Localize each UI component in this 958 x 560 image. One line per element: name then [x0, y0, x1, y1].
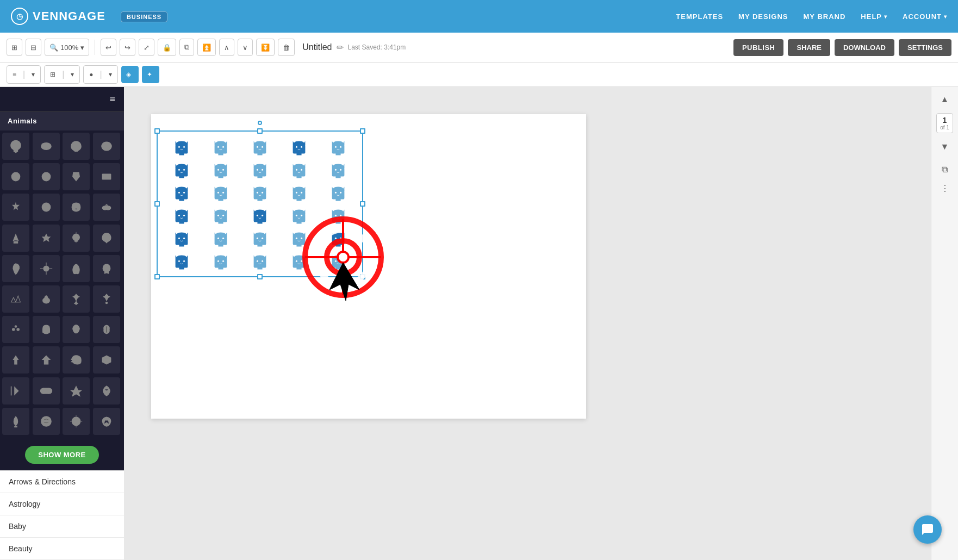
list-item[interactable]	[63, 194, 90, 221]
list-item[interactable]	[33, 377, 60, 405]
list-item[interactable]	[33, 163, 60, 190]
layout-icon: ⊞	[11, 43, 17, 52]
more-options-btn[interactable]: ⋮	[938, 181, 951, 196]
nav-account[interactable]: ACCOUNT ▾	[903, 13, 947, 21]
nav-my-brand[interactable]: MY BRAND	[804, 13, 846, 21]
layout-btn[interactable]: ⊞	[7, 39, 22, 56]
align-dropdown-btn[interactable]: ▾	[27, 67, 39, 82]
down-btn[interactable]: ∨	[238, 39, 253, 56]
chat-button[interactable]	[913, 515, 942, 544]
show-more-button[interactable]: SHOW MORE	[25, 446, 99, 464]
list-item[interactable]	[93, 133, 120, 160]
grid-view-btn[interactable]: ⊞	[46, 67, 60, 82]
redo-btn[interactable]: ↪	[120, 39, 135, 56]
list-item[interactable]	[63, 255, 90, 282]
list-item[interactable]	[93, 346, 120, 374]
list-item[interactable]	[63, 346, 90, 374]
nav-help[interactable]: HELP ▾	[861, 13, 887, 21]
handle-bottom-center[interactable]	[257, 274, 263, 279]
list-item[interactable]	[63, 225, 90, 252]
list-item[interactable]	[2, 133, 29, 160]
list-item[interactable]	[93, 194, 120, 221]
download-button[interactable]: DOWNLOAD	[835, 39, 894, 56]
list-item[interactable]	[93, 377, 120, 405]
sidebar-item-astrology[interactable]: Astrology	[0, 493, 124, 515]
grid-btn[interactable]: ⊟	[26, 39, 41, 56]
list-item[interactable]	[2, 346, 29, 374]
list-item[interactable]	[33, 346, 60, 374]
align-left-btn[interactable]: ≡	[8, 67, 21, 82]
business-badge[interactable]: BUSINESS	[121, 11, 167, 22]
rotate-handle[interactable]	[258, 121, 262, 125]
selected-element[interactable]	[157, 130, 363, 277]
list-item[interactable]	[2, 377, 29, 405]
list-item[interactable]	[93, 225, 120, 252]
list-item[interactable]	[2, 408, 29, 435]
handle-bottom-left[interactable]	[154, 274, 160, 279]
list-item[interactable]	[93, 408, 120, 435]
copy-btn[interactable]: ⧉	[179, 39, 194, 56]
list-item[interactable]	[33, 285, 60, 313]
settings-button[interactable]: SETTINGS	[899, 39, 951, 56]
hamburger-menu[interactable]: ≡	[109, 94, 115, 105]
undo-btn[interactable]: ↩	[101, 39, 116, 56]
list-item[interactable]	[63, 377, 90, 405]
undo-icon: ↩	[105, 43, 111, 52]
page-down-btn[interactable]: ▼	[938, 140, 951, 154]
document-title[interactable]: Untitled	[302, 42, 332, 52]
duplicate-page-btn[interactable]: ⧉	[940, 163, 950, 177]
sidebar-item-baby[interactable]: Baby	[0, 515, 124, 538]
lock-btn[interactable]: 🔒	[158, 39, 176, 56]
page-up-btn[interactable]: ▲	[938, 92, 951, 107]
share-button[interactable]: SHARE	[788, 39, 830, 56]
lock-icon: 🔒	[163, 43, 171, 52]
handle-top-left[interactable]	[154, 128, 160, 134]
sidebar-item-beauty[interactable]: Beauty	[0, 538, 124, 560]
handle-middle-left[interactable]	[154, 201, 160, 207]
list-item[interactable]	[2, 255, 29, 282]
list-item[interactable]	[33, 194, 60, 221]
edit-title-icon[interactable]: ✏	[337, 42, 344, 53]
list-item[interactable]	[2, 285, 29, 313]
list-item[interactable]	[63, 163, 90, 190]
list-item[interactable]	[2, 163, 29, 190]
list-item[interactable]	[33, 225, 60, 252]
fill-icon: ◈	[126, 71, 131, 78]
handle-bottom-right[interactable]	[360, 274, 365, 279]
move-down-btn[interactable]: ⏬	[256, 39, 275, 56]
list-item[interactable]	[63, 316, 90, 343]
sidebar-item-arrows[interactable]: Arrows & Directions	[0, 471, 124, 493]
list-item[interactable]	[93, 255, 120, 282]
list-item[interactable]	[93, 316, 120, 343]
canvas-area[interactable]	[124, 87, 931, 560]
list-item[interactable]	[33, 316, 60, 343]
list-item[interactable]	[2, 225, 29, 252]
list-item[interactable]	[33, 133, 60, 160]
move-up-btn[interactable]: ⏫	[197, 39, 216, 56]
resize-btn[interactable]: ⤢	[139, 39, 154, 56]
list-item[interactable]	[93, 285, 120, 313]
up-btn[interactable]: ∧	[219, 39, 234, 56]
handle-middle-right[interactable]	[360, 201, 365, 207]
handle-top-right[interactable]	[360, 128, 365, 134]
grid-dropdown-btn[interactable]: ▾	[66, 67, 78, 82]
nav-templates[interactable]: TEMPLATES	[676, 13, 723, 21]
delete-btn[interactable]: 🗑	[278, 39, 295, 56]
circle-dropdown-btn[interactable]: ▾	[104, 67, 116, 82]
list-item[interactable]	[63, 133, 90, 160]
list-item[interactable]	[63, 408, 90, 435]
list-item[interactable]	[2, 194, 29, 221]
list-item[interactable]	[63, 285, 90, 313]
circle-btn[interactable]: ●	[85, 67, 97, 82]
list-item[interactable]	[2, 316, 29, 343]
logo[interactable]: ◷ VENNGAGE	[11, 8, 105, 25]
stroke-color-btn[interactable]: ✦	[142, 66, 159, 83]
zoom-btn[interactable]: 🔍 100% ▾	[45, 39, 89, 56]
fill-color-btn[interactable]: ◈	[121, 66, 139, 83]
list-item[interactable]	[33, 255, 60, 282]
handle-top-center[interactable]	[257, 128, 263, 134]
list-item[interactable]	[93, 163, 120, 190]
list-item[interactable]	[33, 408, 60, 435]
nav-my-designs[interactable]: MY DESIGNS	[738, 13, 788, 21]
publish-button[interactable]: PUBLISH	[733, 39, 784, 56]
